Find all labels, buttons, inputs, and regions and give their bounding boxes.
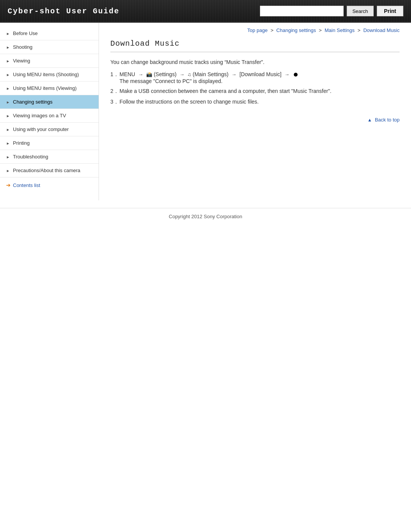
sidebar-item-menu-shooting[interactable]: ► Using MENU items (Shooting) [0,68,99,81]
step-2-content: Make a USB connection between the camera… [119,88,400,94]
settings-icon: 📸 [146,72,152,77]
arrow-icon: → [285,72,290,77]
steps-list: 1． MENU → 📸 (Settings) → ♫ (Main Setting… [110,71,400,105]
sidebar-item-menu-viewing[interactable]: ► Using MENU items (Viewing) [0,81,99,95]
breadcrumb-download-music[interactable]: Download Music [363,27,400,33]
footer: Copyright 2012 Sony Corporation [0,208,411,225]
sidebar-item-label: Before Use [13,30,38,36]
step-1-content: MENU → 📸 (Settings) → ♫ (Main Settings) … [119,71,400,84]
sidebar-item-shooting[interactable]: ► Shooting [0,40,99,54]
chevron-right-icon: ► [6,73,10,77]
sidebar-item-label: Viewing [13,58,30,64]
breadcrumb-changing-settings[interactable]: Changing settings [276,27,316,33]
contents-list-link[interactable]: ➔ Contents list [0,177,99,193]
chevron-right-icon: ► [6,100,10,104]
step-number-2: 2． [110,88,119,95]
sidebar-item-troubleshooting[interactable]: ► Troubleshooting [0,150,99,164]
print-button[interactable]: Print [377,6,403,16]
sidebar-item-viewing-tv[interactable]: ► Viewing images on a TV [0,109,99,123]
step-1: 1． MENU → 📸 (Settings) → ♫ (Main Setting… [110,71,400,84]
breadcrumb: Top page > Changing settings > Main Sett… [110,23,400,39]
breadcrumb-top-page[interactable]: Top page [247,27,268,33]
step-2: 2． Make a USB connection between the cam… [110,88,400,95]
layout: ► Before Use ► Shooting ► Viewing ► Usin… [0,23,411,200]
step-1-sub: The message "Connect to PC" is displayed… [119,78,400,84]
breadcrumb-sep3: > [357,27,362,33]
sidebar-item-using-computer[interactable]: ► Using with your computer [0,123,99,136]
chevron-right-icon: ► [6,128,10,131]
sidebar-item-precautions[interactable]: ► Precautions/About this camera [0,164,99,177]
sidebar-item-label: Using with your computer [13,126,69,132]
sidebar-item-label: Changing settings [13,99,53,105]
arrow-icon: → [180,72,185,77]
back-to-top[interactable]: ▲ Back to top [110,117,400,123]
sidebar-item-label: Printing [13,140,30,146]
header: Cyber-shot User Guide Search Print [0,0,411,23]
step-3: 3． Follow the instructions on the screen… [110,99,400,105]
sidebar-item-label: Precautions/About this camera [13,168,80,173]
sidebar-item-label: Using MENU items (Shooting) [13,72,79,77]
back-to-top-label: Back to top [375,117,400,123]
breadcrumb-main-settings[interactable]: Main Settings [325,27,355,33]
chevron-right-icon: ► [6,155,10,159]
intro-text: You can change background music tracks u… [110,59,400,65]
step-number-1: 1． [110,71,119,78]
chevron-right-icon: ► [6,114,10,118]
sidebar-item-changing-settings[interactable]: ► Changing settings [0,95,99,109]
chevron-right-icon: ► [6,141,10,145]
footer-text: Copyright 2012 Sony Corporation [169,214,242,219]
sidebar-item-viewing[interactable]: ► Viewing [0,54,99,68]
header-controls: Search Print [260,6,411,16]
search-button[interactable]: Search [347,6,374,16]
chevron-right-icon: ► [6,86,10,90]
triangle-up-icon: ▲ [367,117,372,123]
breadcrumb-sep1: > [271,27,275,33]
search-input[interactable] [260,6,344,16]
sidebar-item-label: Troubleshooting [13,154,48,160]
sidebar-item-before-use[interactable]: ► Before Use [0,27,99,40]
main-content: Top page > Changing settings > Main Sett… [99,23,411,134]
sidebar-item-label: Using MENU items (Viewing) [13,85,76,91]
sidebar-item-label: Viewing images on a TV [13,113,66,118]
arrow-icon: → [138,72,143,77]
sidebar: ► Before Use ► Shooting ► Viewing ► Usin… [0,23,99,200]
music-icon: ♫ [188,72,191,77]
bullet-icon [294,73,298,77]
page-title: Download Music [110,39,400,52]
chevron-right-icon: ► [6,45,10,49]
step-number-3: 3． [110,99,119,105]
chevron-right-icon: ► [6,59,10,63]
arrow-right-icon: ➔ [6,182,11,188]
app-title: Cyber-shot User Guide [0,7,260,16]
sidebar-item-label: Shooting [13,44,32,50]
chevron-right-icon: ► [6,169,10,173]
contents-link-label: Contents list [13,182,40,188]
step-3-content: Follow the instructions on the screen to… [119,99,400,105]
chevron-right-icon: ► [6,32,10,35]
arrow-icon: → [231,72,236,77]
sidebar-item-printing[interactable]: ► Printing [0,136,99,150]
breadcrumb-sep2: > [319,27,323,33]
